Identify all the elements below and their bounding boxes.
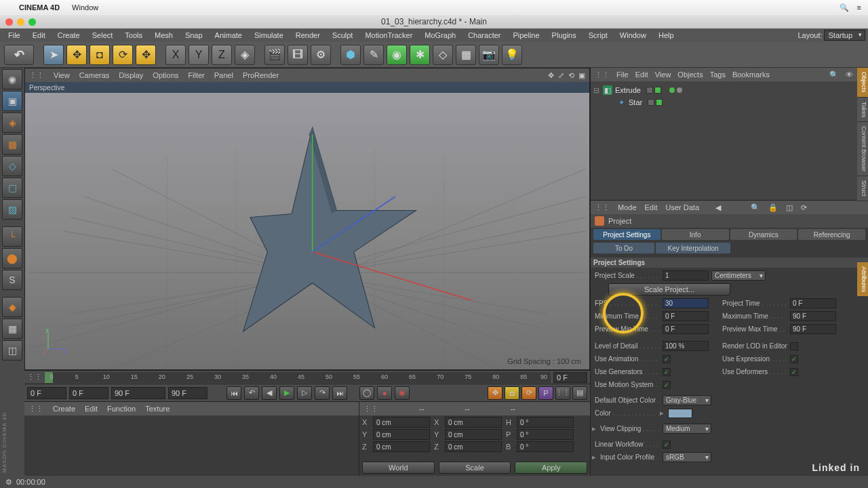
lod-field[interactable]: 100 % bbox=[663, 341, 709, 351]
tab-info[interactable]: Info bbox=[662, 229, 729, 240]
start-frame-field[interactable]: 0 F bbox=[27, 387, 66, 399]
grip-icon[interactable]: ⋮⋮ bbox=[29, 71, 44, 80]
project-scale-field[interactable]: 1 bbox=[663, 270, 709, 281]
mac-app-name[interactable]: CINEMA 4D bbox=[19, 3, 60, 12]
om-menu-edit[interactable]: Edit bbox=[635, 70, 648, 79]
menu-file[interactable]: File bbox=[3, 30, 26, 41]
vp-menu-cameras[interactable]: Cameras bbox=[79, 71, 110, 79]
pla-key-button[interactable]: ⋮⋮ bbox=[555, 386, 570, 400]
render-settings-button[interactable]: ⚙ bbox=[311, 45, 331, 65]
use-expression-checkbox[interactable]: ✓ bbox=[790, 355, 798, 363]
menu-help[interactable]: Help bbox=[653, 30, 679, 41]
timeline-button[interactable]: ▤ bbox=[572, 386, 587, 400]
prev-key-button[interactable]: ↶ bbox=[244, 386, 259, 400]
disclosure-icon[interactable]: ▸ bbox=[592, 424, 597, 433]
menu-extras-icon[interactable]: ≡ bbox=[857, 3, 861, 12]
make-editable-button[interactable]: ◉ bbox=[2, 69, 22, 89]
move-tool[interactable]: ✥ bbox=[66, 45, 87, 65]
viewport-3d[interactable]: yz Grid Spacing : 100 cm bbox=[25, 93, 589, 369]
grip-icon[interactable]: ⋮⋮ bbox=[595, 70, 610, 79]
disclosure-icon[interactable]: ▸ bbox=[592, 453, 597, 462]
input-color-profile-dropdown[interactable]: sRGB bbox=[663, 452, 711, 462]
project-scale-unit-dropdown[interactable]: Centimeters bbox=[711, 270, 766, 281]
menu-plugins[interactable]: Plugins bbox=[547, 30, 582, 41]
vp-menu-filter[interactable]: Filter bbox=[188, 71, 204, 79]
spotlight-icon[interactable]: 🔍 bbox=[840, 3, 849, 12]
tab-dynamics[interactable]: Dynamics bbox=[730, 229, 797, 240]
mat-menu-edit[interactable]: Edit bbox=[85, 405, 98, 413]
tab-referencing[interactable]: Referencing bbox=[798, 229, 865, 240]
range-start-field[interactable]: 0 F bbox=[69, 387, 108, 399]
search-icon[interactable]: 🔍 bbox=[751, 203, 760, 212]
render-lod-checkbox[interactable] bbox=[790, 342, 798, 350]
expand-icon[interactable]: ⊟ bbox=[593, 86, 600, 95]
mat-menu-create[interactable]: Create bbox=[53, 405, 75, 413]
menu-snap[interactable]: Snap bbox=[180, 30, 208, 41]
grip-icon[interactable]: ⋮⋮ bbox=[595, 203, 610, 212]
om-menu-objects[interactable]: Objects bbox=[677, 70, 703, 79]
snap-button[interactable]: S bbox=[2, 270, 22, 290]
grip-icon[interactable]: ⋮⋮ bbox=[27, 373, 42, 382]
star-object[interactable] bbox=[243, 127, 416, 331]
menu-script[interactable]: Script bbox=[583, 30, 613, 41]
scale-tool[interactable]: ◘ bbox=[90, 45, 110, 65]
menu-pipeline[interactable]: Pipeline bbox=[507, 30, 545, 41]
side-tab-attributes[interactable]: Attributes bbox=[857, 262, 868, 297]
live-selection-tool[interactable]: ➤ bbox=[43, 45, 64, 65]
axis-center-button[interactable]: └ bbox=[2, 226, 22, 247]
render-view-button[interactable]: 🎬 bbox=[264, 45, 285, 65]
vp-menu-display[interactable]: Display bbox=[119, 71, 143, 79]
tab-key-interpolation[interactable]: Key Interpolation bbox=[656, 243, 730, 253]
point-mode-button[interactable]: ◇ bbox=[2, 156, 22, 176]
menu-character[interactable]: Character bbox=[462, 30, 506, 41]
menu-create[interactable]: Create bbox=[52, 30, 85, 41]
apply-button[interactable]: Apply bbox=[515, 462, 587, 474]
pos-key-button[interactable]: ✥ bbox=[488, 386, 502, 400]
vp-menu-options[interactable]: Options bbox=[153, 71, 178, 79]
x-axis-lock[interactable]: X bbox=[165, 45, 186, 65]
menu-select[interactable]: Select bbox=[87, 30, 119, 41]
texture-mode-button[interactable]: ◈ bbox=[2, 113, 22, 133]
min-time-field[interactable]: 0 F bbox=[663, 311, 709, 321]
model-mode-button[interactable]: ▣ bbox=[2, 91, 22, 111]
tab-project-settings[interactable]: Project Settings bbox=[593, 229, 660, 240]
am-menu-userdata[interactable]: User Data bbox=[666, 203, 700, 211]
menu-window[interactable]: Window bbox=[614, 30, 652, 41]
om-menu-view[interactable]: View bbox=[655, 70, 671, 79]
menu-tools[interactable]: Tools bbox=[119, 30, 148, 41]
render-region-button[interactable]: 🎞 bbox=[288, 45, 308, 65]
autokey-button[interactable]: ● bbox=[377, 386, 392, 400]
side-tab-objects[interactable]: Objects bbox=[857, 68, 868, 98]
linear-workflow-checkbox[interactable]: ✓ bbox=[663, 441, 671, 449]
locked-workplane-button[interactable]: ▦ bbox=[2, 319, 22, 339]
play-button[interactable]: ▶ bbox=[279, 386, 294, 400]
timeline-ruler[interactable]: 0 5 10 15 20 25 30 35 40 45 50 55 60 65 … bbox=[45, 372, 551, 383]
minimize-window-button[interactable] bbox=[17, 18, 24, 26]
vp-menu-prorender[interactable]: ProRender bbox=[243, 71, 279, 79]
menu-mograph[interactable]: MoGraph bbox=[419, 30, 461, 41]
project-time-field[interactable]: 0 F bbox=[790, 298, 836, 308]
add-camera-button[interactable]: 📷 bbox=[479, 45, 499, 65]
search-icon[interactable]: 🔍 bbox=[829, 70, 839, 79]
recent-tool[interactable]: ✥ bbox=[136, 45, 156, 65]
coord-system-button[interactable]: ◈ bbox=[235, 45, 255, 65]
rotate-tool[interactable]: ⟳ bbox=[113, 45, 133, 65]
fps-field[interactable]: 30 bbox=[663, 298, 709, 308]
object-tree[interactable]: ⊟ ◧ Extrude ✦ Star bbox=[591, 81, 868, 200]
scale-key-button[interactable]: ◘ bbox=[505, 386, 519, 400]
gear-icon[interactable]: ⚙ bbox=[5, 478, 12, 487]
vp-zoom-icon[interactable]: ⤢ bbox=[558, 71, 564, 80]
menu-motiontracker[interactable]: MotionTracker bbox=[359, 30, 418, 41]
default-color-dropdown[interactable]: Gray-Blue bbox=[663, 395, 711, 405]
y-axis-lock[interactable]: Y bbox=[189, 45, 209, 65]
preview-max-field[interactable]: 90 F bbox=[790, 324, 836, 334]
viewport-solo-button[interactable]: ◆ bbox=[2, 297, 22, 317]
eye-icon[interactable]: 👁 bbox=[846, 70, 853, 79]
vp-pan-icon[interactable]: ✥ bbox=[548, 71, 554, 80]
mac-menu-window[interactable]: Window bbox=[72, 3, 98, 12]
am-menu-mode[interactable]: Mode bbox=[618, 203, 637, 211]
menu-sculpt[interactable]: Sculpt bbox=[327, 30, 359, 41]
enable-axis-button[interactable]: ⬤ bbox=[2, 248, 22, 268]
preview-min-field[interactable]: 0 F bbox=[663, 324, 709, 334]
layout-dropdown[interactable]: Startup bbox=[824, 30, 865, 41]
